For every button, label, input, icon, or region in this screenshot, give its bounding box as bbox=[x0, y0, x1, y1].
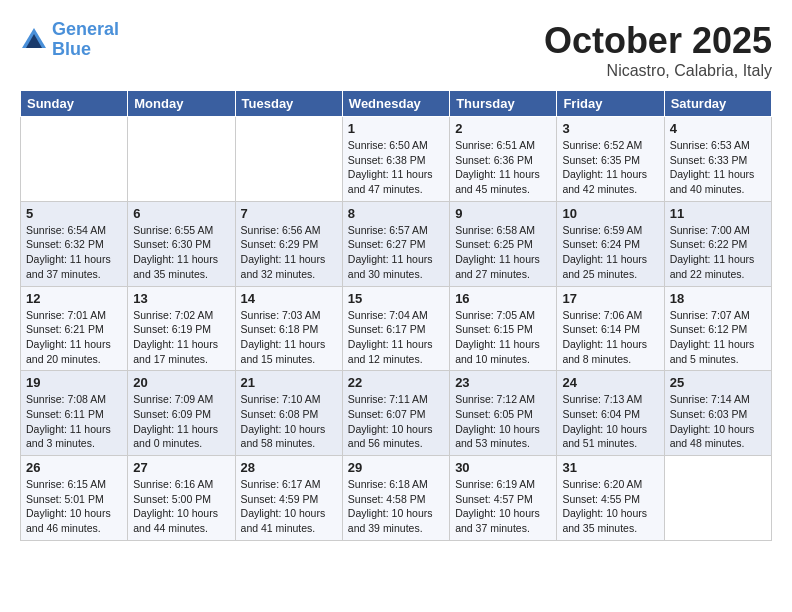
calendar-cell: 29Sunrise: 6:18 AM Sunset: 4:58 PM Dayli… bbox=[342, 456, 449, 541]
calendar-cell: 11Sunrise: 7:00 AM Sunset: 6:22 PM Dayli… bbox=[664, 201, 771, 286]
calendar-cell: 30Sunrise: 6:19 AM Sunset: 4:57 PM Dayli… bbox=[450, 456, 557, 541]
day-number: 15 bbox=[348, 291, 444, 306]
calendar-cell: 28Sunrise: 6:17 AM Sunset: 4:59 PM Dayli… bbox=[235, 456, 342, 541]
day-info: Sunrise: 7:12 AM Sunset: 6:05 PM Dayligh… bbox=[455, 392, 551, 451]
calendar-cell: 18Sunrise: 7:07 AM Sunset: 6:12 PM Dayli… bbox=[664, 286, 771, 371]
calendar-cell bbox=[664, 456, 771, 541]
day-number: 21 bbox=[241, 375, 337, 390]
day-info: Sunrise: 7:11 AM Sunset: 6:07 PM Dayligh… bbox=[348, 392, 444, 451]
calendar-cell bbox=[128, 117, 235, 202]
day-number: 1 bbox=[348, 121, 444, 136]
day-info: Sunrise: 7:06 AM Sunset: 6:14 PM Dayligh… bbox=[562, 308, 658, 367]
day-info: Sunrise: 6:51 AM Sunset: 6:36 PM Dayligh… bbox=[455, 138, 551, 197]
day-info: Sunrise: 6:56 AM Sunset: 6:29 PM Dayligh… bbox=[241, 223, 337, 282]
calendar-cell: 17Sunrise: 7:06 AM Sunset: 6:14 PM Dayli… bbox=[557, 286, 664, 371]
calendar: SundayMondayTuesdayWednesdayThursdayFrid… bbox=[20, 90, 772, 541]
calendar-cell: 4Sunrise: 6:53 AM Sunset: 6:33 PM Daylig… bbox=[664, 117, 771, 202]
logo: General Blue bbox=[20, 20, 119, 60]
calendar-cell: 2Sunrise: 6:51 AM Sunset: 6:36 PM Daylig… bbox=[450, 117, 557, 202]
day-number: 6 bbox=[133, 206, 229, 221]
day-number: 7 bbox=[241, 206, 337, 221]
calendar-cell: 9Sunrise: 6:58 AM Sunset: 6:25 PM Daylig… bbox=[450, 201, 557, 286]
calendar-week-row: 1Sunrise: 6:50 AM Sunset: 6:38 PM Daylig… bbox=[21, 117, 772, 202]
day-info: Sunrise: 7:09 AM Sunset: 6:09 PM Dayligh… bbox=[133, 392, 229, 451]
day-number: 2 bbox=[455, 121, 551, 136]
day-info: Sunrise: 7:05 AM Sunset: 6:15 PM Dayligh… bbox=[455, 308, 551, 367]
calendar-cell: 19Sunrise: 7:08 AM Sunset: 6:11 PM Dayli… bbox=[21, 371, 128, 456]
weekday-header: Tuesday bbox=[235, 91, 342, 117]
day-number: 26 bbox=[26, 460, 122, 475]
day-number: 19 bbox=[26, 375, 122, 390]
day-number: 5 bbox=[26, 206, 122, 221]
calendar-cell: 16Sunrise: 7:05 AM Sunset: 6:15 PM Dayli… bbox=[450, 286, 557, 371]
day-info: Sunrise: 6:16 AM Sunset: 5:00 PM Dayligh… bbox=[133, 477, 229, 536]
calendar-cell: 22Sunrise: 7:11 AM Sunset: 6:07 PM Dayli… bbox=[342, 371, 449, 456]
calendar-cell: 5Sunrise: 6:54 AM Sunset: 6:32 PM Daylig… bbox=[21, 201, 128, 286]
calendar-cell: 27Sunrise: 6:16 AM Sunset: 5:00 PM Dayli… bbox=[128, 456, 235, 541]
calendar-cell bbox=[21, 117, 128, 202]
day-info: Sunrise: 7:01 AM Sunset: 6:21 PM Dayligh… bbox=[26, 308, 122, 367]
calendar-week-row: 5Sunrise: 6:54 AM Sunset: 6:32 PM Daylig… bbox=[21, 201, 772, 286]
day-number: 24 bbox=[562, 375, 658, 390]
day-number: 28 bbox=[241, 460, 337, 475]
calendar-week-row: 26Sunrise: 6:15 AM Sunset: 5:01 PM Dayli… bbox=[21, 456, 772, 541]
weekday-header: Thursday bbox=[450, 91, 557, 117]
calendar-cell: 24Sunrise: 7:13 AM Sunset: 6:04 PM Dayli… bbox=[557, 371, 664, 456]
calendar-cell bbox=[235, 117, 342, 202]
day-info: Sunrise: 6:15 AM Sunset: 5:01 PM Dayligh… bbox=[26, 477, 122, 536]
day-info: Sunrise: 7:14 AM Sunset: 6:03 PM Dayligh… bbox=[670, 392, 766, 451]
calendar-cell: 13Sunrise: 7:02 AM Sunset: 6:19 PM Dayli… bbox=[128, 286, 235, 371]
day-number: 18 bbox=[670, 291, 766, 306]
month-title: October 2025 bbox=[544, 20, 772, 62]
calendar-cell: 10Sunrise: 6:59 AM Sunset: 6:24 PM Dayli… bbox=[557, 201, 664, 286]
day-info: Sunrise: 7:13 AM Sunset: 6:04 PM Dayligh… bbox=[562, 392, 658, 451]
day-number: 17 bbox=[562, 291, 658, 306]
calendar-cell: 26Sunrise: 6:15 AM Sunset: 5:01 PM Dayli… bbox=[21, 456, 128, 541]
calendar-cell: 31Sunrise: 6:20 AM Sunset: 4:55 PM Dayli… bbox=[557, 456, 664, 541]
calendar-cell: 20Sunrise: 7:09 AM Sunset: 6:09 PM Dayli… bbox=[128, 371, 235, 456]
day-number: 3 bbox=[562, 121, 658, 136]
day-info: Sunrise: 7:07 AM Sunset: 6:12 PM Dayligh… bbox=[670, 308, 766, 367]
day-info: Sunrise: 6:17 AM Sunset: 4:59 PM Dayligh… bbox=[241, 477, 337, 536]
day-info: Sunrise: 6:59 AM Sunset: 6:24 PM Dayligh… bbox=[562, 223, 658, 282]
day-number: 4 bbox=[670, 121, 766, 136]
day-number: 22 bbox=[348, 375, 444, 390]
calendar-cell: 7Sunrise: 6:56 AM Sunset: 6:29 PM Daylig… bbox=[235, 201, 342, 286]
day-number: 14 bbox=[241, 291, 337, 306]
day-info: Sunrise: 7:03 AM Sunset: 6:18 PM Dayligh… bbox=[241, 308, 337, 367]
day-number: 30 bbox=[455, 460, 551, 475]
day-info: Sunrise: 6:50 AM Sunset: 6:38 PM Dayligh… bbox=[348, 138, 444, 197]
calendar-cell: 8Sunrise: 6:57 AM Sunset: 6:27 PM Daylig… bbox=[342, 201, 449, 286]
day-info: Sunrise: 6:54 AM Sunset: 6:32 PM Dayligh… bbox=[26, 223, 122, 282]
day-info: Sunrise: 7:00 AM Sunset: 6:22 PM Dayligh… bbox=[670, 223, 766, 282]
day-number: 9 bbox=[455, 206, 551, 221]
weekday-header: Wednesday bbox=[342, 91, 449, 117]
calendar-cell: 1Sunrise: 6:50 AM Sunset: 6:38 PM Daylig… bbox=[342, 117, 449, 202]
day-info: Sunrise: 6:58 AM Sunset: 6:25 PM Dayligh… bbox=[455, 223, 551, 282]
calendar-week-row: 12Sunrise: 7:01 AM Sunset: 6:21 PM Dayli… bbox=[21, 286, 772, 371]
day-info: Sunrise: 6:57 AM Sunset: 6:27 PM Dayligh… bbox=[348, 223, 444, 282]
day-number: 20 bbox=[133, 375, 229, 390]
day-info: Sunrise: 7:08 AM Sunset: 6:11 PM Dayligh… bbox=[26, 392, 122, 451]
day-info: Sunrise: 6:53 AM Sunset: 6:33 PM Dayligh… bbox=[670, 138, 766, 197]
day-number: 16 bbox=[455, 291, 551, 306]
calendar-cell: 23Sunrise: 7:12 AM Sunset: 6:05 PM Dayli… bbox=[450, 371, 557, 456]
day-number: 13 bbox=[133, 291, 229, 306]
day-number: 29 bbox=[348, 460, 444, 475]
day-number: 10 bbox=[562, 206, 658, 221]
calendar-cell: 25Sunrise: 7:14 AM Sunset: 6:03 PM Dayli… bbox=[664, 371, 771, 456]
calendar-cell: 6Sunrise: 6:55 AM Sunset: 6:30 PM Daylig… bbox=[128, 201, 235, 286]
day-number: 8 bbox=[348, 206, 444, 221]
logo-icon bbox=[20, 26, 48, 54]
calendar-cell: 21Sunrise: 7:10 AM Sunset: 6:08 PM Dayli… bbox=[235, 371, 342, 456]
title-block: October 2025 Nicastro, Calabria, Italy bbox=[544, 20, 772, 80]
day-info: Sunrise: 7:10 AM Sunset: 6:08 PM Dayligh… bbox=[241, 392, 337, 451]
weekday-header: Sunday bbox=[21, 91, 128, 117]
calendar-cell: 14Sunrise: 7:03 AM Sunset: 6:18 PM Dayli… bbox=[235, 286, 342, 371]
weekday-header: Saturday bbox=[664, 91, 771, 117]
day-info: Sunrise: 7:02 AM Sunset: 6:19 PM Dayligh… bbox=[133, 308, 229, 367]
calendar-cell: 3Sunrise: 6:52 AM Sunset: 6:35 PM Daylig… bbox=[557, 117, 664, 202]
day-info: Sunrise: 6:55 AM Sunset: 6:30 PM Dayligh… bbox=[133, 223, 229, 282]
weekday-header: Friday bbox=[557, 91, 664, 117]
day-info: Sunrise: 6:19 AM Sunset: 4:57 PM Dayligh… bbox=[455, 477, 551, 536]
